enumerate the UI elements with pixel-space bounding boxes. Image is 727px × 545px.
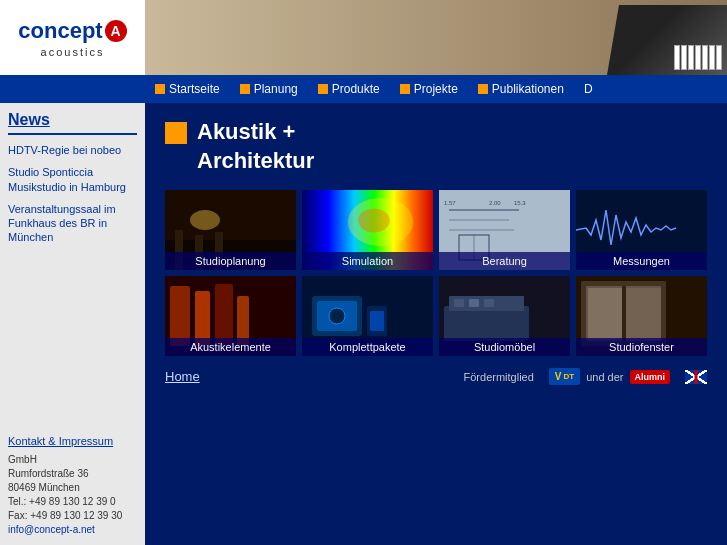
svg-rect-41 (588, 288, 623, 339)
orange-accent-icon (165, 122, 187, 144)
svg-line-48 (685, 370, 707, 384)
nav-dot-icon (240, 84, 250, 94)
grid-label: Simulation (302, 252, 433, 270)
und-der-label: und der (586, 371, 623, 383)
nav-label: D (584, 82, 593, 96)
nav-planung[interactable]: Planung (230, 82, 308, 96)
svg-text:2.00: 2.00 (489, 200, 501, 206)
logo-area: concept A acoustics (0, 0, 145, 75)
main-content: News HDTV-Regie bei nobeo Studio Spontic… (0, 103, 727, 545)
nav-startseite[interactable]: Startseite (145, 82, 230, 96)
contact-link[interactable]: Kontakt & Impressum (8, 434, 137, 449)
grid-label: Studiomöbel (439, 338, 570, 356)
svg-rect-36 (499, 299, 509, 307)
svg-rect-44 (685, 370, 707, 384)
grid-label: Studioplanung (165, 252, 296, 270)
header-banner (145, 0, 727, 75)
title-line1: Akustik + (197, 119, 295, 144)
svg-text:1.57: 1.57 (444, 200, 456, 206)
svg-rect-33 (454, 299, 464, 307)
content-area: Akustik + Architektur (145, 103, 727, 545)
nav-dot-icon (318, 84, 328, 94)
nav-projekte[interactable]: Projekte (390, 82, 468, 96)
piano-key (709, 45, 715, 70)
logo-subtitle: acoustics (41, 46, 105, 58)
address-line1: Rumfordstraße 36 (8, 468, 89, 479)
grid-item-beratung[interactable]: 1.57 2.00 15.3 Beratung (439, 190, 570, 270)
grid-item-simulation[interactable]: Simulation (302, 190, 433, 270)
vdt-badge: VDT (549, 368, 580, 385)
product-grid: Studioplanung (165, 190, 707, 356)
foerdermitglied-label: Fördermitglied (464, 371, 534, 383)
piano-keys (674, 45, 722, 70)
nav-label: Produkte (332, 82, 380, 96)
content-title: Akustik + Architektur (197, 118, 314, 175)
navigation: Startseite Planung Produkte Projekte Pub… (0, 75, 727, 103)
email-link[interactable]: info@concept-a.net (8, 524, 95, 535)
address-line2: 80469 München (8, 482, 80, 493)
piano-key (702, 45, 708, 70)
piano-key (695, 45, 701, 70)
grid-label: Messungen (576, 252, 707, 270)
news-item-2[interactable]: Studio Sponticcia Musikstudio in Hamburg (8, 165, 137, 194)
company-name: GmbH (8, 454, 37, 465)
grid-label: Akustikelemente (165, 338, 296, 356)
svg-line-45 (685, 370, 707, 384)
nav-label: Planung (254, 82, 298, 96)
phone: Tel.: +49 89 130 12 39 0 (8, 496, 116, 507)
uk-flag-icon[interactable] (685, 370, 707, 384)
grid-item-studiofenster[interactable]: Studiofenster (576, 276, 707, 356)
alumni-badge: Alumni (630, 370, 671, 384)
content-header: Akustik + Architektur (165, 118, 707, 175)
title-line2: Architektur (197, 148, 314, 173)
logo-a-icon: A (105, 20, 127, 42)
svg-line-46 (685, 370, 707, 384)
nav-dot-icon (155, 84, 165, 94)
footer-row: Home Fördermitglied VDT und der Alumni (165, 368, 707, 385)
grid-label: Beratung (439, 252, 570, 270)
grid-label: Studiofenster (576, 338, 707, 356)
home-link[interactable]: Home (165, 369, 200, 384)
grid-label: Komplettpakete (302, 338, 433, 356)
news-item-1[interactable]: HDTV-Regie bei nobeo (8, 143, 137, 157)
svg-rect-31 (444, 306, 529, 341)
svg-rect-35 (484, 299, 494, 307)
news-heading: News (8, 111, 137, 135)
nav-label: Projekte (414, 82, 458, 96)
svg-line-47 (685, 370, 707, 384)
grid-item-akustikelemente[interactable]: Akustikelemente (165, 276, 296, 356)
piano-image (607, 5, 727, 75)
nav-produkte[interactable]: Produkte (308, 82, 390, 96)
piano-key (716, 45, 722, 70)
svg-point-1 (190, 210, 220, 230)
logo-wordmark: concept (18, 18, 102, 44)
svg-point-29 (329, 308, 345, 324)
nav-dot-icon (478, 84, 488, 94)
svg-rect-20 (170, 286, 190, 346)
sidebar: News HDTV-Regie bei nobeo Studio Spontic… (0, 103, 145, 545)
news-item-3[interactable]: Veranstaltungssaal im Funkhaus des BR in… (8, 202, 137, 245)
header: concept A acoustics (0, 0, 727, 75)
grid-item-komplettpakete[interactable]: Komplettpakete (302, 276, 433, 356)
svg-rect-22 (215, 284, 233, 346)
svg-rect-28 (370, 311, 384, 331)
fax: Fax: +49 89 130 12 39 30 (8, 510, 122, 521)
svg-rect-34 (469, 299, 479, 307)
svg-rect-42 (626, 288, 661, 339)
piano-key (681, 45, 687, 70)
piano-key (674, 45, 680, 70)
nav-extra[interactable]: D (574, 82, 603, 96)
grid-item-studioplanung[interactable]: Studioplanung (165, 190, 296, 270)
nav-label: Publikationen (492, 82, 564, 96)
badges-area: VDT und der Alumni (549, 368, 670, 385)
grid-item-studiomoebel[interactable]: Studiomöbel (439, 276, 570, 356)
svg-point-8 (358, 209, 389, 233)
sidebar-spacer (8, 253, 137, 434)
svg-rect-43 (622, 286, 626, 341)
nav-publikationen[interactable]: Publikationen (468, 82, 574, 96)
nav-dot-icon (400, 84, 410, 94)
nav-label: Startseite (169, 82, 220, 96)
grid-item-messungen[interactable]: Messungen (576, 190, 707, 270)
contact-info: Kontakt & Impressum GmbH Rumfordstraße 3… (8, 434, 137, 537)
logo: concept A (18, 18, 126, 44)
